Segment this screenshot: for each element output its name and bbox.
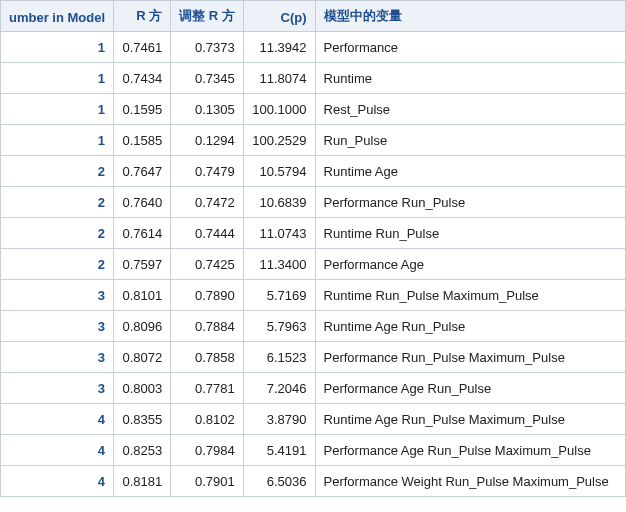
- cell-cp: 11.3942: [243, 32, 315, 63]
- cell-adj-rsq: 0.1294: [171, 125, 244, 156]
- cell-variables: Performance: [315, 32, 625, 63]
- table-row: 20.76470.747910.5794Runtime Age: [1, 156, 626, 187]
- cell-rsq: 0.7614: [114, 218, 171, 249]
- cell-variables: Runtime Age: [315, 156, 625, 187]
- cell-rsq: 0.8003: [114, 373, 171, 404]
- cell-cp: 11.0743: [243, 218, 315, 249]
- cell-adj-rsq: 0.7984: [171, 435, 244, 466]
- cell-rsq: 0.7597: [114, 249, 171, 280]
- cell-cp: 5.7169: [243, 280, 315, 311]
- cell-variables: Runtime Run_Pulse Maximum_Pulse: [315, 280, 625, 311]
- cell-cp: 6.1523: [243, 342, 315, 373]
- cell-variables: Runtime Age Run_Pulse Maximum_Pulse: [315, 404, 625, 435]
- col-header-adj-rsq: 调整 R 方: [171, 1, 244, 32]
- table-row: 40.82530.79845.4191Performance Age Run_P…: [1, 435, 626, 466]
- cell-adj-rsq: 0.1305: [171, 94, 244, 125]
- cell-rsq: 0.7640: [114, 187, 171, 218]
- cell-cp: 3.8790: [243, 404, 315, 435]
- cell-number-in-model: 2: [1, 218, 114, 249]
- cell-rsq: 0.7434: [114, 63, 171, 94]
- cell-adj-rsq: 0.7901: [171, 466, 244, 497]
- col-header-number-in-model: umber in Model: [1, 1, 114, 32]
- cell-cp: 6.5036: [243, 466, 315, 497]
- cell-rsq: 0.7647: [114, 156, 171, 187]
- cell-rsq: 0.8181: [114, 466, 171, 497]
- cell-adj-rsq: 0.7472: [171, 187, 244, 218]
- cell-number-in-model: 2: [1, 187, 114, 218]
- model-selection-table: umber in Model R 方 调整 R 方 C(p) 模型中的变量 10…: [0, 0, 626, 497]
- cell-number-in-model: 1: [1, 94, 114, 125]
- table-row: 30.80720.78586.1523Performance Run_Pulse…: [1, 342, 626, 373]
- cell-adj-rsq: 0.7890: [171, 280, 244, 311]
- cell-adj-rsq: 0.7444: [171, 218, 244, 249]
- cell-number-in-model: 4: [1, 466, 114, 497]
- cell-number-in-model: 3: [1, 311, 114, 342]
- cell-adj-rsq: 0.7345: [171, 63, 244, 94]
- cell-cp: 100.2529: [243, 125, 315, 156]
- cell-adj-rsq: 0.7479: [171, 156, 244, 187]
- cell-cp: 11.3400: [243, 249, 315, 280]
- cell-variables: Rest_Pulse: [315, 94, 625, 125]
- cell-rsq: 0.8355: [114, 404, 171, 435]
- table-row: 30.80960.78845.7963Runtime Age Run_Pulse: [1, 311, 626, 342]
- cell-variables: Performance Run_Pulse Maximum_Pulse: [315, 342, 625, 373]
- cell-variables: Performance Age Run_Pulse: [315, 373, 625, 404]
- cell-cp: 10.6839: [243, 187, 315, 218]
- table-row: 10.74340.734511.8074Runtime: [1, 63, 626, 94]
- cell-rsq: 0.8096: [114, 311, 171, 342]
- cell-adj-rsq: 0.8102: [171, 404, 244, 435]
- cell-number-in-model: 2: [1, 156, 114, 187]
- table-row: 20.76140.744411.0743Runtime Run_Pulse: [1, 218, 626, 249]
- cell-number-in-model: 4: [1, 435, 114, 466]
- table-header-row: umber in Model R 方 调整 R 方 C(p) 模型中的变量: [1, 1, 626, 32]
- cell-cp: 7.2046: [243, 373, 315, 404]
- cell-rsq: 0.8253: [114, 435, 171, 466]
- cell-variables: Run_Pulse: [315, 125, 625, 156]
- cell-variables: Performance Run_Pulse: [315, 187, 625, 218]
- cell-number-in-model: 1: [1, 63, 114, 94]
- cell-adj-rsq: 0.7425: [171, 249, 244, 280]
- table-row: 40.81810.79016.5036Performance Weight Ru…: [1, 466, 626, 497]
- cell-number-in-model: 1: [1, 32, 114, 63]
- cell-variables: Runtime Run_Pulse: [315, 218, 625, 249]
- cell-cp: 10.5794: [243, 156, 315, 187]
- table-row: 30.80030.77817.2046Performance Age Run_P…: [1, 373, 626, 404]
- table-row: 40.83550.81023.8790Runtime Age Run_Pulse…: [1, 404, 626, 435]
- cell-variables: Performance Weight Run_Pulse Maximum_Pul…: [315, 466, 625, 497]
- cell-cp: 11.8074: [243, 63, 315, 94]
- cell-number-in-model: 2: [1, 249, 114, 280]
- table-row: 10.74610.737311.3942Performance: [1, 32, 626, 63]
- cell-cp: 5.4191: [243, 435, 315, 466]
- col-header-rsq: R 方: [114, 1, 171, 32]
- cell-variables: Performance Age: [315, 249, 625, 280]
- cell-rsq: 0.1585: [114, 125, 171, 156]
- cell-number-in-model: 3: [1, 373, 114, 404]
- cell-number-in-model: 3: [1, 342, 114, 373]
- cell-number-in-model: 1: [1, 125, 114, 156]
- cell-cp: 5.7963: [243, 311, 315, 342]
- cell-rsq: 0.7461: [114, 32, 171, 63]
- cell-rsq: 0.8072: [114, 342, 171, 373]
- table-row: 10.15950.1305100.1000Rest_Pulse: [1, 94, 626, 125]
- cell-variables: Runtime: [315, 63, 625, 94]
- cell-rsq: 0.1595: [114, 94, 171, 125]
- cell-adj-rsq: 0.7781: [171, 373, 244, 404]
- table-row: 30.81010.78905.7169Runtime Run_Pulse Max…: [1, 280, 626, 311]
- cell-number-in-model: 4: [1, 404, 114, 435]
- cell-number-in-model: 3: [1, 280, 114, 311]
- cell-rsq: 0.8101: [114, 280, 171, 311]
- cell-adj-rsq: 0.7884: [171, 311, 244, 342]
- cell-variables: Performance Age Run_Pulse Maximum_Pulse: [315, 435, 625, 466]
- table-row: 20.76400.747210.6839Performance Run_Puls…: [1, 187, 626, 218]
- table-row: 10.15850.1294100.2529Run_Pulse: [1, 125, 626, 156]
- table-row: 20.75970.742511.3400Performance Age: [1, 249, 626, 280]
- cell-adj-rsq: 0.7858: [171, 342, 244, 373]
- col-header-cp: C(p): [243, 1, 315, 32]
- col-header-variables: 模型中的变量: [315, 1, 625, 32]
- cell-adj-rsq: 0.7373: [171, 32, 244, 63]
- cell-variables: Runtime Age Run_Pulse: [315, 311, 625, 342]
- cell-cp: 100.1000: [243, 94, 315, 125]
